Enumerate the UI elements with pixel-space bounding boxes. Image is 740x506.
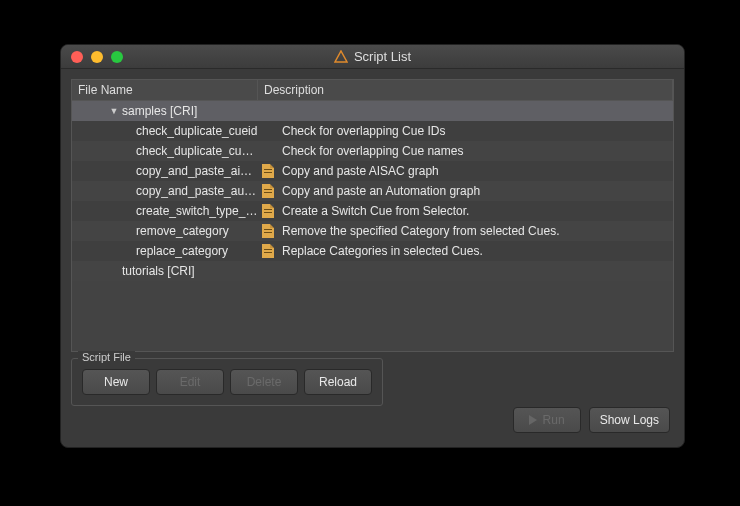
play-icon	[529, 415, 537, 425]
table-header: File Name Description	[72, 80, 673, 101]
script-desc: Create a Switch Cue from Selector.	[282, 204, 469, 218]
traffic-lights	[61, 51, 123, 63]
script-desc: Remove the specified Category from selec…	[282, 224, 559, 238]
minimize-icon[interactable]	[91, 51, 103, 63]
window-title: Script List	[354, 49, 411, 64]
table-row[interactable]: check_duplicate_cuen… Check for overlapp…	[72, 141, 673, 161]
close-icon[interactable]	[71, 51, 83, 63]
table-row[interactable]: copy_and_paste_auto… Copy and paste an A…	[72, 181, 673, 201]
document-icon	[262, 224, 274, 238]
script-list-window: Script List File Name Description ▼ samp…	[60, 44, 685, 448]
group-row-samples[interactable]: ▼ samples [CRI]	[72, 101, 673, 121]
script-desc: Replace Categories in selected Cues.	[282, 244, 483, 258]
reload-button[interactable]: Reload	[304, 369, 372, 395]
table-row[interactable]: replace_category Replace Categories in s…	[72, 241, 673, 261]
script-name: create_switch_type_c…	[136, 204, 258, 218]
table-row[interactable]: check_duplicate_cueid Check for overlapp…	[72, 121, 673, 141]
groupbox-label: Script File	[78, 351, 135, 363]
chevron-down-icon: ▼	[106, 106, 122, 116]
table-row[interactable]: remove_category Remove the specified Cat…	[72, 221, 673, 241]
delete-button[interactable]: Delete	[230, 369, 298, 395]
app-icon	[334, 50, 348, 64]
script-name: copy_and_paste_aisac	[136, 164, 258, 178]
script-name: check_duplicate_cueid	[136, 124, 257, 138]
run-button[interactable]: Run	[513, 407, 581, 433]
titlebar: Script List	[61, 45, 684, 69]
column-header-filename[interactable]: File Name	[72, 80, 258, 100]
group-row-tutorials[interactable]: ▶ tutorials [CRI]	[72, 261, 673, 281]
script-table: File Name Description ▼ samples [CRI] ch…	[71, 79, 674, 352]
script-name: copy_and_paste_auto…	[136, 184, 258, 198]
group-label: tutorials [CRI]	[122, 264, 195, 278]
script-desc: Copy and paste AISAC graph	[282, 164, 439, 178]
script-name: remove_category	[136, 224, 229, 238]
document-icon	[262, 244, 274, 258]
show-logs-button[interactable]: Show Logs	[589, 407, 670, 433]
table-row[interactable]: copy_and_paste_aisac Copy and paste AISA…	[72, 161, 673, 181]
script-name: check_duplicate_cuen…	[136, 144, 258, 158]
edit-button[interactable]: Edit	[156, 369, 224, 395]
script-file-groupbox: Script File New Edit Delete Reload	[71, 358, 383, 406]
script-desc: Check for overlapping Cue names	[282, 144, 463, 158]
new-button[interactable]: New	[82, 369, 150, 395]
script-name: replace_category	[136, 244, 228, 258]
script-desc: Copy and paste an Automation graph	[282, 184, 480, 198]
document-icon	[262, 204, 274, 218]
document-icon	[262, 184, 274, 198]
column-header-description[interactable]: Description	[258, 80, 673, 100]
zoom-icon[interactable]	[111, 51, 123, 63]
group-label: samples [CRI]	[122, 104, 197, 118]
script-desc: Check for overlapping Cue IDs	[282, 124, 445, 138]
table-row[interactable]: create_switch_type_c… Create a Switch Cu…	[72, 201, 673, 221]
table-body: ▼ samples [CRI] check_duplicate_cueid Ch…	[72, 101, 673, 351]
document-icon	[262, 164, 274, 178]
